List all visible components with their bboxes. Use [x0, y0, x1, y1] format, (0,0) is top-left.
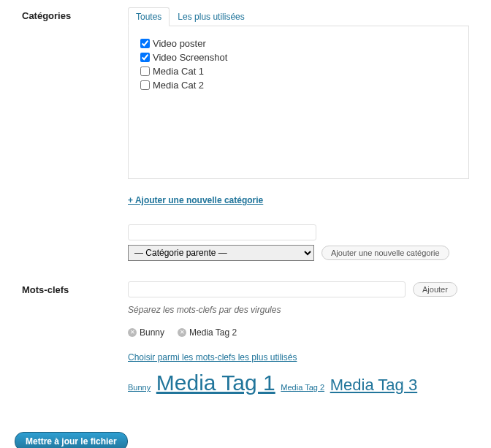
tag-cloud-item[interactable]: Media Tag 3 [330, 376, 417, 394]
tag-hint: Séparez les mots-clefs par des virgules [128, 305, 469, 315]
tag-chip-label: Media Tag 2 [189, 327, 237, 338]
tag-cloud-item[interactable]: Bunny [128, 383, 151, 392]
tag-cloud-item[interactable]: Media Tag 2 [281, 383, 324, 392]
categories-body: Toutes Les plus utilisées Video posterVi… [128, 7, 469, 261]
tags-section: Mots-clefs Ajouter Séparez les mots-clef… [22, 281, 469, 397]
new-category-input[interactable] [128, 224, 316, 240]
category-list-box: Video posterVideo ScreenshotMedia Cat 1M… [128, 26, 469, 179]
category-item[interactable]: Video Screenshot [140, 52, 457, 63]
category-checkbox[interactable] [140, 39, 150, 48]
assigned-tags: ✕Bunny✕Media Tag 2 [128, 325, 469, 338]
tag-chip: ✕Bunny [128, 327, 164, 338]
category-item-label: Media Cat 2 [153, 80, 204, 91]
tag-cloud-item[interactable]: Media Tag 1 [156, 371, 275, 395]
remove-tag-icon[interactable]: ✕ [178, 328, 186, 337]
update-file-button[interactable]: Mettre à jour le fichier [15, 432, 128, 448]
tag-chip-label: Bunny [140, 327, 164, 338]
category-item[interactable]: Media Cat 1 [140, 66, 457, 77]
tab-all[interactable]: Toutes [128, 7, 170, 26]
add-tag-button[interactable]: Ajouter [413, 282, 457, 297]
tags-heading: Mots-clefs [22, 281, 128, 295]
category-checkbox[interactable] [140, 53, 150, 62]
remove-tag-icon[interactable]: ✕ [128, 328, 137, 337]
choose-from-most-used-link[interactable]: Choisir parmi les mots-clefs les plus ut… [128, 352, 297, 362]
tag-input-row: Ajouter [128, 281, 469, 297]
category-item-label: Video poster [153, 38, 206, 49]
tab-most-used[interactable]: Les plus utilisées [170, 7, 252, 26]
parent-category-select[interactable]: — Catégorie parente — [128, 245, 314, 261]
tags-body: Ajouter Séparez les mots-clefs par des v… [128, 281, 469, 397]
tag-chip: ✕Media Tag 2 [178, 327, 237, 338]
tag-cloud: Bunny Media Tag 1 Media Tag 2 Media Tag … [128, 368, 469, 397]
add-category-toggle[interactable]: + Ajouter une nouvelle catégorie [128, 195, 263, 205]
categories-heading: Catégories [22, 7, 128, 21]
add-category-button[interactable]: Ajouter une nouvelle catégorie [321, 246, 449, 260]
category-checkbox[interactable] [140, 67, 150, 76]
parent-category-row: — Catégorie parente — Ajouter une nouvel… [128, 245, 469, 261]
category-item-label: Media Cat 1 [153, 66, 204, 77]
categories-section: Catégories Toutes Les plus utilisées Vid… [22, 7, 469, 261]
category-item[interactable]: Media Cat 2 [140, 80, 457, 91]
category-item[interactable]: Video poster [140, 38, 457, 49]
category-tabs: Toutes Les plus utilisées [128, 7, 469, 26]
category-checkbox[interactable] [140, 80, 150, 90]
category-item-label: Video Screenshot [153, 52, 227, 63]
tag-input[interactable] [128, 281, 406, 297]
